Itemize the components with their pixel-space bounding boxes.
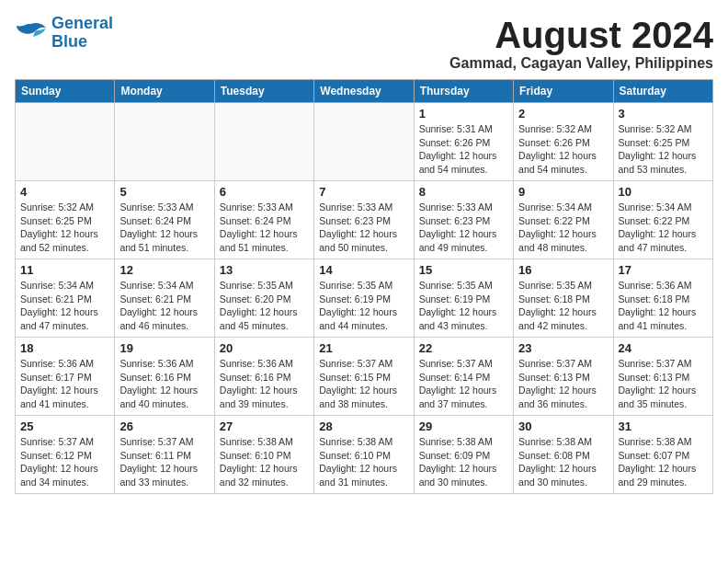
day-info: Sunrise: 5:35 AM Sunset: 6:19 PM Dayligh… [419,279,508,333]
day-number: 18 [20,341,109,355]
month-title: August 2024 [449,15,713,55]
day-number: 20 [220,341,309,355]
day-info: Sunrise: 5:38 AM Sunset: 6:09 PM Dayligh… [419,435,508,489]
weekday-header-tuesday: Tuesday [214,80,313,103]
day-number: 26 [119,419,209,433]
day-info: Sunrise: 5:36 AM Sunset: 6:16 PM Dayligh… [119,357,209,411]
day-number: 15 [419,263,508,277]
calendar-cell: 7Sunrise: 5:33 AM Sunset: 6:23 PM Daylig… [314,181,414,259]
day-info: Sunrise: 5:36 AM Sunset: 6:16 PM Dayligh… [220,357,309,411]
day-number: 13 [220,263,309,277]
calendar-table: SundayMondayTuesdayWednesdayThursdayFrid… [15,79,713,494]
day-number: 4 [20,185,109,199]
calendar-cell [16,103,115,181]
day-number: 31 [619,419,708,433]
day-number: 2 [518,107,608,121]
week-row-1: 1Sunrise: 5:31 AM Sunset: 6:26 PM Daylig… [16,103,713,181]
calendar-cell: 15Sunrise: 5:35 AM Sunset: 6:19 PM Dayli… [414,259,513,338]
calendar-cell: 22Sunrise: 5:37 AM Sunset: 6:14 PM Dayli… [414,338,513,416]
page-header: General Blue August 2024 Gammad, Cagayan… [15,15,713,72]
calendar-cell: 12Sunrise: 5:34 AM Sunset: 6:21 PM Dayli… [115,259,214,338]
week-row-4: 18Sunrise: 5:36 AM Sunset: 6:17 PM Dayli… [16,338,713,416]
day-info: Sunrise: 5:36 AM Sunset: 6:18 PM Dayligh… [619,279,708,333]
calendar-cell: 2Sunrise: 5:32 AM Sunset: 6:26 PM Daylig… [514,103,613,181]
day-info: Sunrise: 5:33 AM Sunset: 6:24 PM Dayligh… [220,201,309,255]
calendar-cell: 23Sunrise: 5:37 AM Sunset: 6:13 PM Dayli… [514,338,613,416]
day-info: Sunrise: 5:38 AM Sunset: 6:08 PM Dayligh… [518,435,608,489]
weekday-header-monday: Monday [115,80,214,103]
day-info: Sunrise: 5:38 AM Sunset: 6:10 PM Dayligh… [220,435,309,489]
week-row-2: 4Sunrise: 5:32 AM Sunset: 6:25 PM Daylig… [16,181,713,259]
day-info: Sunrise: 5:37 AM Sunset: 6:15 PM Dayligh… [319,357,408,411]
day-number: 27 [220,419,309,433]
day-number: 24 [619,341,708,355]
calendar-cell: 10Sunrise: 5:34 AM Sunset: 6:22 PM Dayli… [613,181,712,259]
day-info: Sunrise: 5:35 AM Sunset: 6:20 PM Dayligh… [220,279,309,333]
calendar-cell: 17Sunrise: 5:36 AM Sunset: 6:18 PM Dayli… [613,259,712,338]
calendar-cell: 27Sunrise: 5:38 AM Sunset: 6:10 PM Dayli… [214,416,313,494]
weekday-header-thursday: Thursday [414,80,513,103]
calendar-cell: 13Sunrise: 5:35 AM Sunset: 6:20 PM Dayli… [214,259,313,338]
logo: General Blue [15,15,113,52]
calendar-cell [314,103,414,181]
calendar-cell: 28Sunrise: 5:38 AM Sunset: 6:10 PM Dayli… [314,416,414,494]
calendar-cell: 3Sunrise: 5:32 AM Sunset: 6:25 PM Daylig… [613,103,712,181]
calendar-cell: 18Sunrise: 5:36 AM Sunset: 6:17 PM Dayli… [16,338,115,416]
logo-bird-icon [15,20,48,46]
day-number: 16 [518,263,608,277]
weekday-header-friday: Friday [514,80,613,103]
weekday-header-row: SundayMondayTuesdayWednesdayThursdayFrid… [16,80,713,103]
weekday-header-wednesday: Wednesday [314,80,414,103]
day-number: 28 [319,419,408,433]
day-info: Sunrise: 5:37 AM Sunset: 6:14 PM Dayligh… [419,357,508,411]
day-number: 19 [119,341,209,355]
day-number: 25 [20,419,109,433]
day-number: 23 [518,341,608,355]
day-number: 10 [619,185,708,199]
day-number: 17 [619,263,708,277]
day-info: Sunrise: 5:35 AM Sunset: 6:19 PM Dayligh… [319,279,408,333]
day-info: Sunrise: 5:38 AM Sunset: 6:07 PM Dayligh… [619,435,708,489]
day-number: 12 [119,263,209,277]
day-info: Sunrise: 5:34 AM Sunset: 6:21 PM Dayligh… [20,279,109,333]
day-info: Sunrise: 5:38 AM Sunset: 6:10 PM Dayligh… [319,435,408,489]
logo-text: General Blue [51,15,113,52]
calendar-cell: 26Sunrise: 5:37 AM Sunset: 6:11 PM Dayli… [115,416,214,494]
day-info: Sunrise: 5:32 AM Sunset: 6:25 PM Dayligh… [20,201,109,255]
calendar-cell: 5Sunrise: 5:33 AM Sunset: 6:24 PM Daylig… [115,181,214,259]
calendar-cell: 24Sunrise: 5:37 AM Sunset: 6:13 PM Dayli… [613,338,712,416]
day-number: 6 [220,185,309,199]
calendar-cell: 14Sunrise: 5:35 AM Sunset: 6:19 PM Dayli… [314,259,414,338]
calendar-cell: 6Sunrise: 5:33 AM Sunset: 6:24 PM Daylig… [214,181,313,259]
calendar-cell [214,103,313,181]
day-number: 29 [419,419,508,433]
day-number: 9 [518,185,608,199]
day-info: Sunrise: 5:37 AM Sunset: 6:11 PM Dayligh… [119,435,209,489]
day-number: 5 [119,185,209,199]
day-number: 8 [419,185,508,199]
day-info: Sunrise: 5:31 AM Sunset: 6:26 PM Dayligh… [419,122,508,177]
logo-line1: General [51,14,113,32]
calendar-cell: 20Sunrise: 5:36 AM Sunset: 6:16 PM Dayli… [214,338,313,416]
day-number: 21 [319,341,408,355]
day-number: 3 [619,107,708,121]
calendar-cell: 9Sunrise: 5:34 AM Sunset: 6:22 PM Daylig… [514,181,613,259]
day-info: Sunrise: 5:34 AM Sunset: 6:22 PM Dayligh… [619,201,708,255]
calendar-cell: 19Sunrise: 5:36 AM Sunset: 6:16 PM Dayli… [115,338,214,416]
week-row-5: 25Sunrise: 5:37 AM Sunset: 6:12 PM Dayli… [16,416,713,494]
day-number: 11 [20,263,109,277]
day-info: Sunrise: 5:32 AM Sunset: 6:25 PM Dayligh… [619,122,708,177]
day-number: 30 [518,419,608,433]
calendar-cell: 30Sunrise: 5:38 AM Sunset: 6:08 PM Dayli… [514,416,613,494]
calendar-cell: 8Sunrise: 5:33 AM Sunset: 6:23 PM Daylig… [414,181,513,259]
weekday-header-saturday: Saturday [613,80,712,103]
calendar-cell: 29Sunrise: 5:38 AM Sunset: 6:09 PM Dayli… [414,416,513,494]
day-info: Sunrise: 5:37 AM Sunset: 6:13 PM Dayligh… [518,357,608,411]
calendar-cell [115,103,214,181]
location-subtitle: Gammad, Cagayan Valley, Philippines [449,55,713,72]
calendar-cell: 31Sunrise: 5:38 AM Sunset: 6:07 PM Dayli… [613,416,712,494]
day-info: Sunrise: 5:33 AM Sunset: 6:23 PM Dayligh… [319,201,408,255]
day-info: Sunrise: 5:33 AM Sunset: 6:24 PM Dayligh… [119,201,209,255]
calendar-cell: 16Sunrise: 5:35 AM Sunset: 6:18 PM Dayli… [514,259,613,338]
title-block: August 2024 Gammad, Cagayan Valley, Phil… [449,15,713,72]
